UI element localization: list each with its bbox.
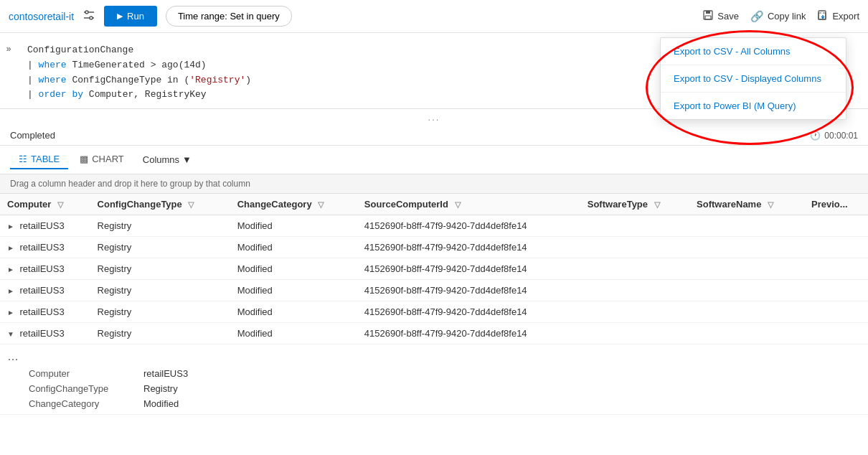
workspace-link[interactable]: contosoretail-it bbox=[9, 11, 74, 22]
data-table-wrapper: Computer ▽ ConfigChangeType ▽ ChangeCate… bbox=[0, 194, 868, 415]
export-dropdown: Export to CSV - All Columns Export to CS… bbox=[660, 37, 846, 120]
detail-row: ChangeCategory Modified bbox=[29, 396, 868, 411]
settings-icon[interactable] bbox=[82, 9, 95, 24]
col-header-computer[interactable]: Computer ▽ bbox=[0, 194, 90, 215]
col-header-configchangetype[interactable]: ConfigChangeType ▽ bbox=[90, 194, 230, 215]
filter-icon-softwarename[interactable]: ▽ bbox=[768, 200, 773, 209]
cell-sourcecomputerid: 4152690f-b8ff-47f9-9420-7dd4def8fe14 bbox=[357, 258, 580, 280]
cell-changecategory: Modified bbox=[230, 258, 357, 280]
cell-softwaretype bbox=[580, 258, 689, 280]
col-header-softwarename[interactable]: SoftwareName ▽ bbox=[689, 194, 804, 215]
cell-previous bbox=[804, 323, 868, 344]
cell-changecategory: Modified bbox=[230, 301, 357, 323]
table-row: ► retailEUS3 Registry Modified 4152690f-… bbox=[0, 301, 868, 323]
cell-computer: ▼ retailEUS3 bbox=[0, 323, 90, 344]
table-row: ► retailEUS3 Registry Modified 4152690f-… bbox=[0, 258, 868, 280]
cell-configchangetype: Registry bbox=[90, 323, 230, 344]
expand-button[interactable]: ► bbox=[7, 309, 14, 316]
cell-softwarename bbox=[689, 237, 804, 258]
cell-changecategory: Modified bbox=[230, 215, 357, 237]
tab-chart[interactable]: ▩ CHART bbox=[71, 150, 133, 169]
cell-computer: ► retailEUS3 bbox=[0, 301, 90, 323]
cell-configchangetype: Registry bbox=[90, 280, 230, 301]
cell-previous bbox=[804, 258, 868, 280]
cell-computer: ► retailEUS3 bbox=[0, 280, 90, 301]
cell-softwarename bbox=[689, 323, 804, 344]
cell-softwarename bbox=[689, 280, 804, 301]
expand-button[interactable]: ► bbox=[7, 287, 14, 295]
table-row: ► retailEUS3 Registry Modified 4152690f-… bbox=[0, 280, 868, 301]
svg-rect-5 bbox=[706, 11, 710, 14]
svg-point-3 bbox=[90, 17, 93, 19]
data-table: Computer ▽ ConfigChangeType ▽ ChangeCate… bbox=[0, 194, 868, 415]
view-tabs: ☷ TABLE ▩ CHART Columns ▼ bbox=[0, 146, 868, 174]
detail-value: Modified bbox=[143, 396, 179, 411]
chart-icon: ▩ bbox=[80, 154, 88, 164]
status-text: Completed bbox=[10, 130, 55, 141]
cell-sourcecomputerid: 4152690f-b8ff-47f9-9420-7dd4def8fe14 bbox=[357, 280, 580, 301]
table-row: ► retailEUS3 Registry Modified 4152690f-… bbox=[0, 215, 868, 237]
col-header-softwaretype[interactable]: SoftwareType ▽ bbox=[580, 194, 689, 215]
cell-previous bbox=[804, 301, 868, 323]
export-power-bi[interactable]: Export to Power BI (M Query) bbox=[661, 93, 846, 119]
filter-icon-sourcecomputerid[interactable]: ▽ bbox=[455, 200, 461, 209]
export-csv-all[interactable]: Export to CSV - All Columns bbox=[661, 38, 846, 65]
collapse-button[interactable]: » bbox=[0, 43, 17, 57]
filter-icon-softwaretype[interactable]: ▽ bbox=[654, 200, 660, 209]
svg-rect-7 bbox=[819, 11, 826, 19]
table-row: ▼ retailEUS3 Registry Modified 4152690f-… bbox=[0, 323, 868, 344]
detail-row: ConfigChangeType Registry bbox=[29, 381, 868, 396]
table-icon: ☷ bbox=[19, 154, 27, 164]
cell-computer: ► retailEUS3 bbox=[0, 258, 90, 280]
drag-hint: Drag a column header and drop it here to… bbox=[0, 174, 868, 194]
table-header: Computer ▽ ConfigChangeType ▽ ChangeCate… bbox=[0, 194, 868, 215]
cell-configchangetype: Registry bbox=[90, 215, 230, 237]
col-header-sourcecomputerid[interactable]: SourceComputerId ▽ bbox=[357, 194, 580, 215]
filter-icon-configchangetype[interactable]: ▽ bbox=[188, 200, 194, 209]
filter-icon-changecategory[interactable]: ▽ bbox=[318, 200, 324, 209]
detail-row: Computer retailEUS3 bbox=[29, 366, 868, 381]
cell-softwarename bbox=[689, 258, 804, 280]
top-bar: contosoretail-it ▶ Run Time range: Set i… bbox=[0, 0, 868, 33]
detail-label: ConfigChangeType bbox=[29, 381, 143, 396]
col-header-changecategory[interactable]: ChangeCategory ▽ bbox=[230, 194, 357, 215]
cell-changecategory: Modified bbox=[230, 323, 357, 344]
columns-button[interactable]: Columns ▼ bbox=[136, 151, 199, 169]
elapsed-time: 00:00:01 bbox=[824, 131, 858, 141]
cell-changecategory: Modified bbox=[230, 237, 357, 258]
col-header-previous[interactable]: Previo... bbox=[804, 194, 868, 215]
table-body: ► retailEUS3 Registry Modified 4152690f-… bbox=[0, 215, 868, 415]
save-icon bbox=[702, 9, 714, 23]
expanded-row: … Computer retailEUS3 ConfigChangeType R… bbox=[0, 344, 868, 415]
cell-sourcecomputerid: 4152690f-b8ff-47f9-9420-7dd4def8fe14 bbox=[357, 323, 580, 344]
export-button[interactable]: Export bbox=[817, 9, 859, 23]
svg-point-1 bbox=[85, 11, 88, 14]
run-button[interactable]: ▶ Run bbox=[104, 6, 157, 27]
export-icon bbox=[817, 9, 829, 23]
cell-softwaretype bbox=[580, 280, 689, 301]
top-right-actions: Save 🔗 Copy link Export bbox=[702, 9, 859, 23]
expand-button[interactable]: ► bbox=[7, 222, 14, 230]
expand-button[interactable]: ► bbox=[7, 244, 14, 252]
copy-link-button[interactable]: 🔗 Copy link bbox=[750, 10, 806, 23]
cell-softwaretype bbox=[580, 301, 689, 323]
expand-button[interactable]: ▼ bbox=[7, 330, 14, 338]
time-range-button[interactable]: Time range: Set in query bbox=[166, 6, 292, 27]
cell-previous bbox=[804, 237, 868, 258]
expand-button[interactable]: ► bbox=[7, 266, 14, 273]
export-csv-displayed[interactable]: Export to CSV - Displayed Columns bbox=[661, 65, 846, 93]
cell-sourcecomputerid: 4152690f-b8ff-47f9-9420-7dd4def8fe14 bbox=[357, 215, 580, 237]
tab-table[interactable]: ☷ TABLE bbox=[10, 150, 68, 169]
cell-softwarename bbox=[689, 301, 804, 323]
svg-rect-6 bbox=[705, 16, 711, 19]
filter-icon-computer[interactable]: ▽ bbox=[57, 200, 63, 209]
clock-icon: 🕐 bbox=[810, 131, 821, 141]
detail-label: Computer bbox=[29, 366, 143, 381]
detail-value: Registry bbox=[143, 381, 178, 396]
cell-softwarename bbox=[689, 215, 804, 237]
cell-softwaretype bbox=[580, 323, 689, 344]
chevron-down-icon: ▼ bbox=[182, 154, 192, 165]
dots-indicator: … bbox=[7, 347, 846, 366]
save-button[interactable]: Save bbox=[702, 9, 739, 23]
cell-sourcecomputerid: 4152690f-b8ff-47f9-9420-7dd4def8fe14 bbox=[357, 237, 580, 258]
